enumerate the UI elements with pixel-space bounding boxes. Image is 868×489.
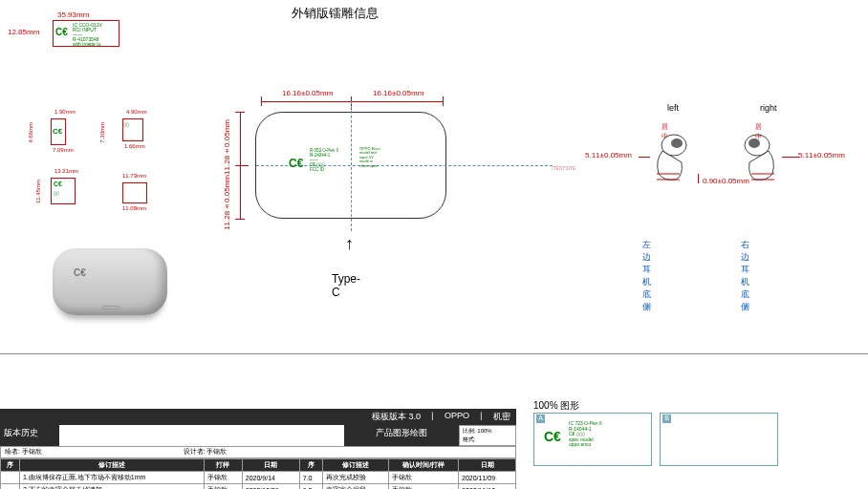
thumb-a-badge: A [536, 415, 545, 423]
case-label-text-r: OPPO Encomodel textinput 5Vmade inchina … [359, 147, 407, 185]
confidential: 机密 [493, 411, 510, 423]
author: 手锦欣 [22, 448, 42, 455]
usb-port-icon [102, 306, 119, 309]
svg-point-5 [749, 138, 760, 148]
title-bar: 模板版本 3.0 丨 OPPO 丨 机密 [0, 409, 516, 425]
arrow-up-icon: ↑ [345, 234, 354, 254]
case-outline: C€ R 053 O-Pen IIR-14044-1——C€ ▯▯▯FCC ID… [255, 112, 446, 219]
dim-bud-r: 5.11±0.05mm [798, 151, 845, 159]
ce-mark-icon: C€ [55, 27, 68, 37]
dimline [782, 157, 799, 158]
dim-case-side-b: 11.28±0.05mm [223, 175, 231, 230]
svg-point-1 [671, 138, 683, 148]
reviser-prefix: 设计者: [184, 448, 206, 455]
dim-b2-h: 1.66mm [124, 143, 145, 149]
dim-b1-h: 7.09mm [53, 147, 74, 153]
page-title: 外销版镭雕信息 [292, 5, 379, 22]
dim-tick [235, 165, 249, 166]
thumb-b-text: · · · · · [699, 436, 730, 442]
dimline-top [261, 101, 443, 102]
dim-case-side-t: 11.28±0.05mm [223, 119, 231, 175]
caption-left: 左边耳机底侧 [642, 239, 651, 313]
dim-tick [235, 112, 245, 113]
ce-icon-small: C€ [53, 127, 62, 136]
divider [0, 353, 868, 354]
dim-tick [235, 219, 245, 220]
dim-b1-side: 4.66mm [28, 122, 33, 143]
dim-tick [443, 96, 444, 106]
case-render: C€ [53, 248, 177, 334]
centerline-v [351, 101, 352, 231]
thumb-b-badge: B [662, 415, 671, 423]
mark-text: ▯▯ [123, 121, 129, 127]
label-text: IC CCO-011VRCI INPUT——R-41073548with ima… [73, 23, 102, 47]
thumb-a: A C€ IC 723 O-Pen IIR-14044-1C€ ▯▯▯spec … [533, 413, 652, 466]
thumb-b: B · · · · · [660, 413, 778, 466]
port-label: Type-C [332, 272, 360, 299]
reviser: 手锦欣 [206, 448, 227, 455]
dim-b3-h: 11.45mm [35, 180, 41, 203]
thumb-title: 100% 图形 [533, 399, 579, 413]
thumb-text: IC 723 O-Pen IIR-14044-1C€ ▯▯▯spec model… [569, 421, 602, 448]
table-header-row: 序 修订描述 打样 日期 序 修订描述 确认时间/打样 日期 [1, 459, 516, 472]
dim-b4-w: 11.73mm [122, 173, 146, 179]
tiny-note: /TESTSITE [552, 165, 575, 171]
earbud-right-icon [738, 132, 786, 184]
drawing-header: 产品图形绘图 [344, 425, 459, 446]
dim-case-top-l: 16.16±0.05mm [282, 89, 333, 97]
earbud-left-label: left [667, 103, 679, 113]
dim-case-top-r: 16.16±0.05mm [373, 89, 423, 97]
dim-top-height: 12.85mm [8, 28, 39, 36]
format: 格式: [463, 436, 476, 442]
template-ver: 模板版本 3.0 [372, 411, 421, 423]
dim-tick [261, 96, 262, 106]
dim-top-width: 35.93mm [57, 11, 89, 19]
thumb-ce-icon: C€ [544, 429, 561, 444]
author-prefix: 绘者: [5, 448, 20, 455]
table-row: 1.由埃博保存正面,地下市场不需移动1mm手锦欣2020/9/14 7.0再次完… [1, 472, 516, 484]
ce-icon-b3: C€ [54, 181, 62, 187]
caption-right: 右边耳机底侧 [741, 239, 749, 313]
dim-b3-w: 13.21mm [54, 168, 78, 174]
text-b3: ▯▯ [54, 190, 59, 196]
earbud-left-icon [645, 132, 693, 184]
dim-bud-l: 5.11±0.05mm [585, 151, 632, 159]
dim-b1-w: 1.90mm [54, 109, 76, 115]
dimline [639, 157, 650, 158]
brand: OPPO [445, 411, 469, 423]
dim-b2-side: 7.30mm [99, 122, 105, 143]
scale: 比例: 100% [463, 428, 492, 434]
ce-main-icon: C€ [289, 157, 303, 170]
render-ce-icon: C€ [74, 267, 86, 278]
earbud-right-label: right [760, 103, 777, 113]
case-label-text: R 053 O-Pen IIR-14044-1——C€ ▯▯▯FCC ID [310, 149, 338, 173]
dimline [698, 174, 699, 183]
revision-table: 序 修订描述 打样 日期 序 修订描述 确认时间/打样 日期 1.由埃博保存正面… [0, 458, 516, 489]
dim-b2-w: 4.90mm [126, 109, 147, 115]
table-row: 2.下方的文字全部去掉请加手锦欣2020/10/09 8.0文字完全保留手锦欣2… [1, 484, 516, 490]
history-header: 版本历史 [0, 425, 59, 446]
dim-b4-h: 11.08mm [122, 205, 146, 211]
